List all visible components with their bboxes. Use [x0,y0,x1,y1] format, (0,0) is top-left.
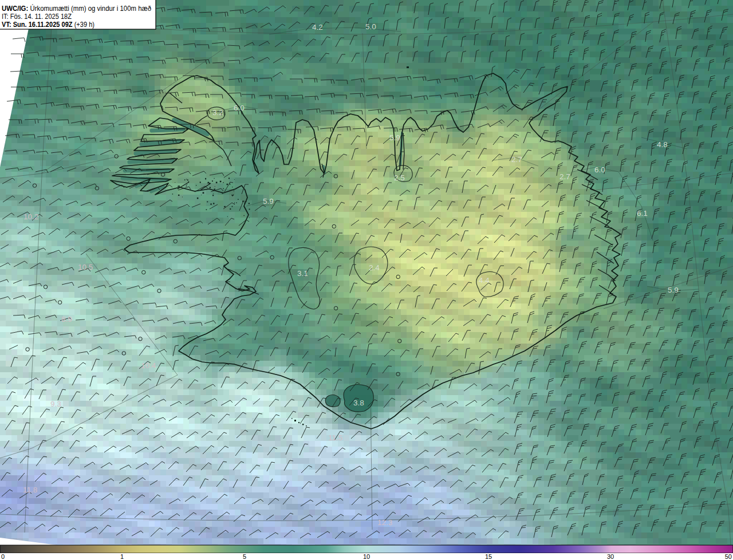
svg-text:3.1: 3.1 [297,269,308,278]
svg-text:2.5: 2.5 [394,173,405,182]
svg-text:4.2: 4.2 [312,23,323,31]
svg-text:10: 10 [363,553,370,560]
svg-text:2.7: 2.7 [559,172,570,181]
svg-text:11.8: 11.8 [23,486,37,494]
svg-text:10.5: 10.5 [78,263,93,271]
svg-text:2.7: 2.7 [511,155,522,164]
svg-text:5.9: 5.9 [263,197,274,206]
svg-text:9.3: 9.3 [50,400,61,408]
svg-text:3.8: 3.8 [353,399,364,407]
svg-text:10.2: 10.2 [23,212,38,221]
svg-text:6.0: 6.0 [594,165,605,174]
svg-text:8.9: 8.9 [61,315,72,324]
svg-text:IT: Fös. 14. 11. 2025 18Z: IT: Fös. 14. 11. 2025 18Z [2,13,72,21]
svg-text:1: 1 [120,553,124,560]
svg-text:5.9: 5.9 [389,133,400,142]
svg-text:11.5: 11.5 [328,433,342,442]
svg-text:UWC/IG: Úrkomumætti (mm) og vi: UWC/IG: Úrkomumætti (mm) og vindur i 100… [2,4,151,13]
svg-text:30: 30 [607,553,614,560]
svg-text:VT: Sun. 16.11.2025 09Z (+39 h: VT: Sun. 16.11.2025 09Z (+39 h) [2,21,94,29]
svg-text:5.0: 5.0 [365,22,376,31]
svg-text:10.4: 10.4 [141,361,156,370]
svg-text:15: 15 [485,553,492,560]
svg-text:6.0: 6.0 [234,104,245,112]
svg-text:50: 50 [725,553,732,560]
svg-text:3.2: 3.2 [212,108,223,117]
svg-text:4.8: 4.8 [657,140,668,149]
svg-text:2.4: 2.4 [369,263,380,272]
svg-text:6.1: 6.1 [637,209,648,218]
svg-text:0: 0 [1,553,5,560]
svg-text:5.9: 5.9 [668,286,679,294]
svg-text:12.3: 12.3 [377,518,392,527]
svg-text:5: 5 [243,553,246,560]
svg-text:4.4: 4.4 [479,276,490,285]
